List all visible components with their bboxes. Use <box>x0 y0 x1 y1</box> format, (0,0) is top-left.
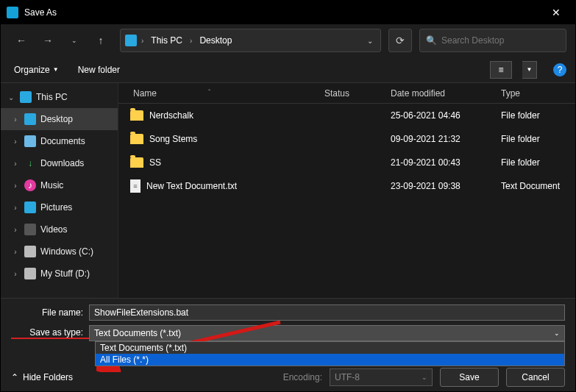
save-as-type-dropdown: Text Documents (*.txt) All Files (*.*) <box>95 341 565 366</box>
chevron-right-icon: › <box>11 115 20 124</box>
file-row[interactable]: SS21-09-2021 00:43File folder <box>118 151 575 174</box>
chevron-right-icon: › <box>11 248 20 256</box>
chevron-down-icon: ⌄ <box>422 374 427 381</box>
encoding-select[interactable]: UTF-8 ⌄ <box>330 368 433 386</box>
file-row[interactable]: Song Stems09-09-2021 21:32File folder <box>118 127 575 151</box>
address-dropdown[interactable]: ⌄ <box>364 34 376 48</box>
type-option-all-files[interactable]: All Files (*.*) <box>96 354 564 366</box>
file-row[interactable]: New Text Document.txt23-09-2021 09:38Tex… <box>118 174 575 198</box>
hide-folders-toggle[interactable]: ⌃ Hide Folders <box>11 372 73 382</box>
sidebar-label: Pictures <box>40 202 72 213</box>
sidebar-label: Downloads <box>40 158 84 168</box>
chevron-down-icon: ⌄ <box>7 93 15 101</box>
file-name: New Text Document.txt <box>146 181 237 191</box>
bottom-panel: File name: Save as type: Text Documents … <box>1 298 575 391</box>
sidebar-item-music[interactable]: › ♪ Music <box>1 174 118 196</box>
sidebar-root-this-pc[interactable]: ⌄ This PC <box>1 86 118 108</box>
view-button[interactable]: ≡ <box>490 61 512 79</box>
downloads-icon: ↓ <box>24 157 36 169</box>
sidebar-label: My Stuff (D:) <box>40 268 90 279</box>
search-input[interactable] <box>441 35 560 46</box>
column-header-name[interactable]: Name ˆ <box>118 88 324 99</box>
pc-icon <box>20 91 32 103</box>
file-type: File folder <box>501 157 575 168</box>
sidebar-label: Videos <box>40 224 67 235</box>
sidebar-item-downloads[interactable]: › ↓ Downloads <box>1 152 118 174</box>
folder-icon <box>130 134 143 144</box>
music-icon: ♪ <box>24 179 36 191</box>
desktop-icon <box>24 113 36 125</box>
pc-icon <box>125 35 137 46</box>
file-date: 23-09-2021 09:38 <box>391 181 501 191</box>
search-box[interactable]: 🔍 <box>419 29 566 52</box>
save-as-type-label: Save as type: <box>11 327 89 339</box>
chevron-right-icon: › <box>11 160 20 168</box>
column-label: Name <box>133 88 157 99</box>
title-bar: Save As ✕ <box>1 1 575 24</box>
sidebar-item-drive-d[interactable]: › My Stuff (D:) <box>1 263 118 285</box>
encoding-value: UTF-8 <box>335 372 360 382</box>
sidebar-label: Documents <box>40 136 85 146</box>
sidebar-item-desktop[interactable]: › Desktop <box>1 108 118 130</box>
file-type: Text Document <box>501 181 575 191</box>
file-name: Song Stems <box>149 134 197 144</box>
videos-icon <box>24 224 36 235</box>
sidebar-label: Music <box>40 180 63 190</box>
sidebar-label: Windows (C:) <box>40 246 93 257</box>
column-header-type[interactable]: Type <box>501 88 575 99</box>
file-name: SS <box>149 157 161 168</box>
file-type: File folder <box>501 110 575 121</box>
column-headers: Name ˆ Status Date modified Type <box>118 83 575 104</box>
breadcrumb-current[interactable]: Desktop <box>196 34 235 47</box>
chevron-right-icon: › <box>11 182 20 190</box>
file-date: 25-06-2021 04:46 <box>391 110 501 121</box>
organize-label: Organize <box>14 65 50 75</box>
sidebar-item-videos[interactable]: › Videos <box>1 218 118 240</box>
column-header-date[interactable]: Date modified <box>391 88 501 99</box>
chevron-right-icon: › <box>11 226 20 234</box>
file-name: Nerdschalk <box>149 110 193 121</box>
up-button[interactable]: ↑ <box>89 29 113 52</box>
sort-indicator-icon: ˆ <box>208 89 210 97</box>
sidebar-item-pictures[interactable]: › Pictures <box>1 196 118 218</box>
address-bar[interactable]: › This PC › Desktop ⌄ <box>120 29 381 52</box>
new-folder-label: New folder <box>78 65 120 75</box>
sidebar-item-drive-c[interactable]: › Windows (C:) <box>1 240 118 263</box>
drive-icon <box>24 246 36 257</box>
chevron-right-icon: › <box>190 37 192 45</box>
sidebar-label: Desktop <box>40 114 73 124</box>
chevron-down-icon: ⌄ <box>554 329 560 337</box>
drive-icon <box>24 268 36 279</box>
chevron-right-icon: › <box>11 204 20 212</box>
forward-button[interactable]: → <box>36 29 60 52</box>
chevron-right-icon: › <box>11 138 20 146</box>
back-button[interactable]: ← <box>10 29 33 52</box>
file-date: 09-09-2021 21:32 <box>391 134 501 144</box>
folder-icon <box>130 157 143 168</box>
file-list-area: Name ˆ Status Date modified Type Nerdsch… <box>118 83 575 298</box>
cancel-button[interactable]: Cancel <box>506 368 565 387</box>
refresh-button[interactable]: ⟳ <box>388 29 412 52</box>
toolbar: Organize ▼ New folder ≡ ▼ ? <box>1 57 575 83</box>
file-row[interactable]: Nerdschalk25-06-2021 04:46File folder <box>118 104 575 127</box>
help-button[interactable]: ? <box>553 63 566 76</box>
recent-dropdown[interactable]: ⌄ <box>63 29 86 52</box>
sidebar-item-documents[interactable]: › Documents <box>1 130 118 152</box>
pictures-icon <box>24 202 36 213</box>
search-icon: 🔍 <box>426 35 437 46</box>
chevron-right-icon: › <box>11 270 20 278</box>
view-dropdown[interactable]: ▼ <box>522 61 537 79</box>
filename-input[interactable] <box>89 304 565 321</box>
column-header-status[interactable]: Status <box>324 88 391 99</box>
chevron-down-icon: ▼ <box>53 66 59 73</box>
close-button[interactable]: ✕ <box>540 1 572 24</box>
type-option-txt[interactable]: Text Documents (*.txt) <box>96 342 564 354</box>
new-folder-button[interactable]: New folder <box>74 62 124 78</box>
file-type: File folder <box>501 134 575 144</box>
filename-label: File name: <box>11 307 89 318</box>
hide-folders-label: Hide Folders <box>23 372 73 382</box>
breadcrumb-root[interactable]: This PC <box>148 34 185 47</box>
window-title: Save As <box>24 7 57 18</box>
organize-menu[interactable]: Organize ▼ <box>10 62 63 78</box>
save-button[interactable]: Save <box>440 368 499 387</box>
